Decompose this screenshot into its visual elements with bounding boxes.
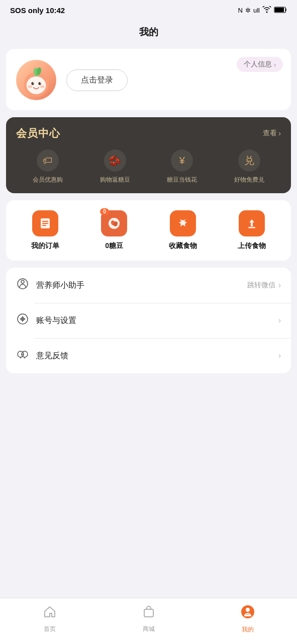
member-icons-grid: 🏷 会员优惠购 🫘 购物返糖豆 ¥ 糖豆当钱花 兑 好物免费兑 bbox=[16, 149, 281, 184]
account-label: 账号与设置 bbox=[36, 315, 76, 326]
orders-label: 我的订单 bbox=[31, 242, 59, 251]
menu-item-right: › bbox=[278, 316, 281, 325]
orders-icon bbox=[32, 210, 58, 236]
account-icon bbox=[16, 313, 29, 328]
svg-point-30 bbox=[249, 611, 250, 613]
wechat-redirect-text: 跳转微信 bbox=[247, 281, 275, 290]
chevron-right-icon: › bbox=[278, 351, 281, 360]
page-title: 我的 bbox=[0, 19, 297, 49]
member-card: 会员中心 查看 › 🏷 会员优惠购 🫘 购物返糖豆 ¥ 糖豆当钱花 兑 好物免费… bbox=[6, 117, 291, 193]
avatar bbox=[16, 60, 56, 100]
quick-actions: 我的订单 0 0糖豆 收藏食物 bbox=[6, 200, 291, 261]
member-item-cash[interactable]: ¥ 糖豆当钱花 bbox=[151, 149, 214, 184]
battery-icon bbox=[274, 7, 287, 15]
menu-item-right: 跳转微信 › bbox=[247, 281, 281, 290]
member-item-beans[interactable]: 🫘 购物返糖豆 bbox=[83, 149, 147, 184]
svg-point-6 bbox=[31, 82, 34, 85]
quick-item-favorites[interactable]: 收藏食物 bbox=[149, 210, 218, 251]
member-view-button[interactable]: 查看 › bbox=[263, 129, 281, 138]
nav-item-shop[interactable]: 商城 bbox=[131, 605, 166, 633]
bottom-nav: 首页 商城 我的 bbox=[0, 598, 297, 644]
menu-item-left: 营养师小助手 bbox=[16, 278, 84, 293]
nfc-icon: N bbox=[238, 7, 243, 14]
chevron-right-icon: › bbox=[278, 316, 281, 325]
home-icon bbox=[43, 605, 57, 622]
shop-label: 商城 bbox=[143, 625, 155, 633]
shop-icon bbox=[142, 605, 156, 622]
discount-icon: 🏷 bbox=[37, 149, 59, 172]
mine-label: 我的 bbox=[242, 625, 254, 634]
upload-icon bbox=[239, 210, 265, 236]
chevron-right-icon: › bbox=[278, 129, 281, 137]
svg-rect-1 bbox=[275, 8, 284, 12]
status-bar: SOS only 10:42 N ✲ ull bbox=[0, 0, 297, 19]
svg-point-21 bbox=[21, 280, 24, 283]
quick-item-upload[interactable]: 上传食物 bbox=[217, 210, 286, 251]
menu-list: 营养师小助手 跳转微信 › 账号与设置 › bbox=[6, 268, 291, 373]
chevron-right-icon: › bbox=[274, 61, 276, 68]
wifi-icon bbox=[262, 6, 271, 15]
menu-item-left: 账号与设置 bbox=[16, 313, 76, 328]
svg-point-10 bbox=[28, 86, 32, 88]
svg-point-8 bbox=[33, 83, 34, 84]
svg-point-11 bbox=[40, 86, 45, 88]
svg-rect-13 bbox=[42, 221, 48, 222]
svg-point-5 bbox=[27, 76, 46, 94]
nav-item-home[interactable]: 首页 bbox=[32, 605, 67, 633]
menu-item-nutritionist[interactable]: 营养师小助手 跳转微信 › bbox=[6, 268, 291, 303]
member-item-discount[interactable]: 🏷 会员优惠购 bbox=[16, 149, 79, 184]
member-item-free[interactable]: 兑 好物免费兑 bbox=[218, 149, 281, 184]
menu-item-feedback[interactable]: 意见反馈 › bbox=[6, 338, 291, 373]
member-item-label: 会员优惠购 bbox=[33, 176, 63, 184]
home-label: 首页 bbox=[44, 625, 56, 633]
free-icon: 兑 bbox=[238, 149, 260, 172]
mine-icon bbox=[240, 604, 255, 623]
svg-point-7 bbox=[38, 82, 41, 85]
member-item-label: 糖豆当钱花 bbox=[167, 176, 197, 184]
svg-rect-14 bbox=[42, 223, 48, 224]
menu-item-account[interactable]: 账号与设置 › bbox=[6, 303, 291, 338]
cash-icon: ¥ bbox=[171, 149, 193, 172]
feedback-label: 意见反馈 bbox=[36, 351, 68, 361]
nutritionist-icon bbox=[16, 278, 29, 293]
beans-badge: 0 bbox=[100, 208, 109, 215]
signal-icon: ull bbox=[253, 7, 260, 14]
upload-label: 上传食物 bbox=[238, 242, 266, 251]
beans-label: 0糖豆 bbox=[105, 242, 123, 251]
favorites-icon bbox=[170, 210, 196, 236]
svg-rect-15 bbox=[42, 225, 46, 226]
beans-quick-icon: 0 bbox=[101, 210, 127, 236]
svg-point-29 bbox=[245, 611, 246, 613]
nav-item-mine[interactable]: 我的 bbox=[230, 604, 265, 634]
status-icons: N ✲ ull bbox=[238, 6, 287, 15]
feedback-icon bbox=[16, 348, 29, 363]
personal-info-button[interactable]: 个人信息 › bbox=[237, 57, 283, 72]
menu-item-right: › bbox=[278, 351, 281, 360]
chevron-right-icon: › bbox=[278, 281, 281, 290]
status-time: SOS only 10:42 bbox=[10, 6, 65, 15]
svg-rect-26 bbox=[144, 609, 153, 617]
nutritionist-label: 营养师小助手 bbox=[36, 280, 84, 291]
beans-icon: 🫘 bbox=[104, 149, 126, 172]
member-header: 会员中心 查看 › bbox=[16, 126, 281, 140]
svg-rect-19 bbox=[248, 227, 255, 228]
svg-point-9 bbox=[40, 83, 41, 84]
member-title: 会员中心 bbox=[16, 126, 60, 140]
favorites-label: 收藏食物 bbox=[169, 242, 197, 251]
member-item-label: 购物返糖豆 bbox=[100, 176, 130, 184]
login-button[interactable]: 点击登录 bbox=[66, 69, 128, 91]
quick-item-beans[interactable]: 0 0糖豆 bbox=[80, 210, 149, 251]
quick-grid: 我的订单 0 0糖豆 收藏食物 bbox=[11, 210, 286, 251]
menu-item-left: 意见反馈 bbox=[16, 348, 68, 363]
member-item-label: 好物免费兑 bbox=[234, 176, 264, 184]
bluetooth-icon: ✲ bbox=[245, 7, 251, 14]
quick-item-orders[interactable]: 我的订单 bbox=[11, 210, 80, 251]
profile-section: 个人信息 › bbox=[6, 49, 291, 110]
svg-point-28 bbox=[246, 608, 250, 612]
